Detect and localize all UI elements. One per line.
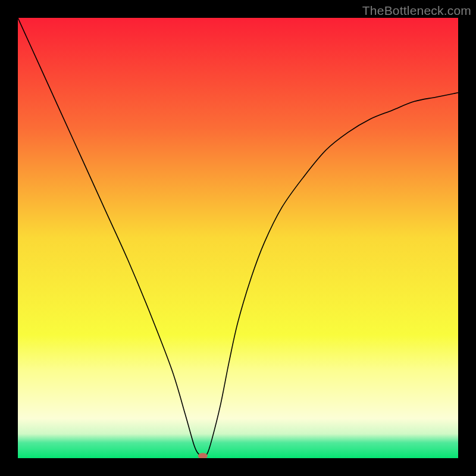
- chart-background: [18, 18, 458, 458]
- chart-frame: TheBottleneck.com: [0, 0, 476, 476]
- bottleneck-chart: [18, 18, 458, 458]
- watermark-label: TheBottleneck.com: [362, 4, 471, 18]
